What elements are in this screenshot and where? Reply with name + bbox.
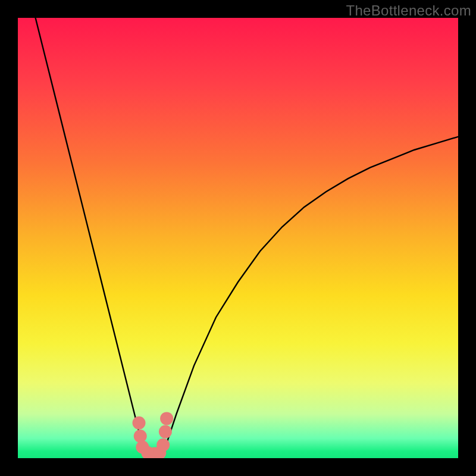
range-marker	[134, 430, 147, 443]
range-marker	[160, 412, 173, 425]
watermark-text: TheBottleneck.com	[346, 2, 471, 19]
range-marker	[159, 425, 172, 439]
range-marker	[156, 439, 170, 452]
chart-svg	[18, 18, 458, 458]
gradient-background	[18, 18, 458, 458]
chart-frame: TheBottleneck.com	[0, 0, 476, 476]
plot-area	[18, 18, 458, 458]
range-marker	[133, 416, 146, 430]
